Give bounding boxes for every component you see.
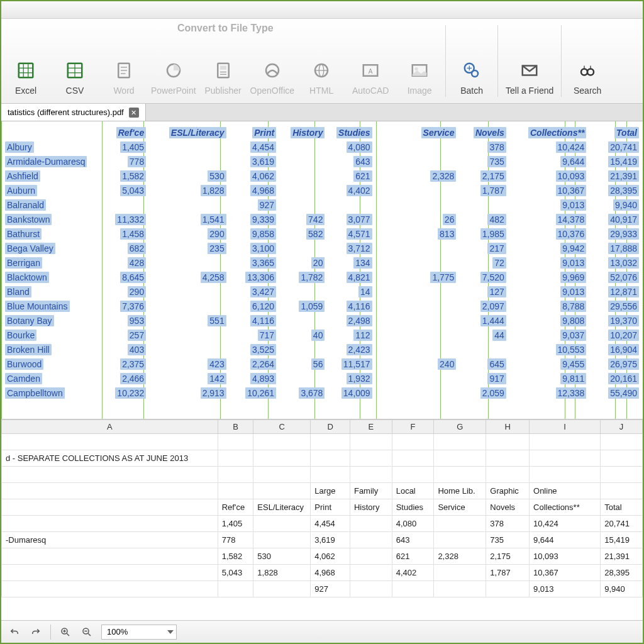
sheet-cell[interactable] — [2, 548, 218, 565]
sheet-column-header[interactable]: F — [392, 420, 434, 434]
sheet-cell[interactable]: Home Lib. — [434, 483, 486, 499]
pdf-row[interactable]: Blue Mountains7,3766,1201,0594,1162,0978… — [1, 299, 643, 313]
sheet-cell[interactable] — [486, 434, 530, 450]
sheet-cell[interactable]: Service — [434, 499, 486, 516]
sheet-cell[interactable] — [253, 467, 311, 483]
sheet-cell[interactable]: 1,828 — [253, 565, 311, 581]
pdf-row[interactable]: Berrigan4283,36520134729,01313,032 — [1, 255, 643, 270]
undo-button[interactable] — [8, 625, 21, 639]
sheet-column-header[interactable]: D — [311, 420, 350, 434]
sheet-cell[interactable] — [350, 467, 392, 483]
sheet-cell[interactable] — [350, 434, 392, 450]
sheet-cell[interactable] — [530, 434, 601, 450]
sheet-cell[interactable]: 378 — [486, 516, 530, 532]
sheet-cell[interactable] — [434, 450, 486, 467]
sheet-cell[interactable] — [601, 483, 643, 499]
document-tab[interactable]: tatistics (different structures).pdf ✕ — [1, 104, 146, 121]
pdf-row[interactable]: Bankstown11,3321,5419,3397423,0772648214… — [1, 212, 643, 226]
sheet-cell[interactable]: d - SEPARATE COLLECTIONS AS AT JUNE 2013 — [2, 450, 218, 467]
sheet-column-header[interactable]: E — [350, 420, 392, 434]
pdf-row[interactable]: Camden2,4661424,8931,9329179,81120,161 — [1, 371, 643, 386]
sheet-cell[interactable]: 15,419 — [601, 532, 643, 548]
sheet-cell[interactable] — [601, 450, 643, 467]
sheet-cell[interactable] — [434, 532, 486, 548]
sheet-cell[interactable]: 621 — [392, 548, 434, 565]
sheet-cell[interactable]: -Dumaresq — [2, 532, 218, 548]
sheet-cell[interactable] — [2, 434, 218, 450]
sheet-cell[interactable] — [486, 467, 530, 483]
sheet-cell[interactable]: 927 — [311, 581, 350, 597]
sheet-cell[interactable]: Print — [311, 499, 350, 516]
sheet-cell[interactable]: 2,175 — [486, 548, 530, 565]
sheet-cell[interactable] — [2, 581, 218, 597]
sheet-column-header[interactable]: A — [2, 420, 218, 434]
sheet-cell[interactable] — [350, 565, 392, 581]
pdf-row[interactable]: Bland2903,427141279,01312,871 — [1, 284, 643, 299]
sheet-cell[interactable] — [350, 532, 392, 548]
sheet-cell[interactable]: 10,424 — [530, 516, 601, 532]
spreadsheet-table[interactable]: ABCDEFGHIJd - SEPARATE COLLECTIONS AS AT… — [1, 419, 643, 597]
spreadsheet-preview-pane[interactable]: ABCDEFGHIJd - SEPARATE COLLECTIONS AS AT… — [1, 419, 643, 620]
pdf-row[interactable]: Balranald9279,0139,940 — [1, 197, 643, 212]
sheet-cell[interactable] — [218, 581, 253, 597]
sheet-cell[interactable]: ESL/Literacy — [253, 499, 311, 516]
sheet-cell[interactable] — [2, 483, 218, 499]
zoom-in-button[interactable] — [58, 625, 72, 639]
sheet-cell[interactable]: Graphic — [486, 483, 530, 499]
sheet-cell[interactable] — [311, 467, 350, 483]
sheet-cell[interactable] — [434, 516, 486, 532]
sheet-cell[interactable] — [530, 450, 601, 467]
sheet-cell[interactable] — [392, 450, 434, 467]
sheet-cell[interactable] — [253, 532, 311, 548]
sheet-cell[interactable] — [486, 450, 530, 467]
zoom-out-button[interactable] — [80, 625, 94, 639]
sheet-cell[interactable]: Novels — [486, 499, 530, 516]
sheet-cell[interactable] — [350, 516, 392, 532]
sheet-cell[interactable]: 778 — [218, 532, 253, 548]
sheet-row[interactable]: 9279,0139,940 — [2, 581, 643, 597]
pdf-row[interactable]: Campbelltown10,2322,91310,2613,67814,009… — [1, 386, 643, 400]
redo-button[interactable] — [29, 625, 43, 639]
sheet-cell[interactable] — [392, 434, 434, 450]
sheet-cell[interactable]: Online — [530, 483, 601, 499]
zoom-level-select[interactable]: 100% — [101, 625, 177, 640]
sheet-column-header[interactable]: G — [434, 420, 486, 434]
sheet-cell[interactable] — [486, 581, 530, 597]
sheet-cell[interactable] — [434, 581, 486, 597]
sheet-cell[interactable]: 9,013 — [530, 581, 601, 597]
sheet-cell[interactable]: 1,405 — [218, 516, 253, 532]
sheet-cell[interactable]: Large — [311, 483, 350, 499]
pdf-data-table[interactable]: Ref'ceESL/LiteracyPrintHistoryStudiesSer… — [1, 125, 643, 400]
sheet-cell[interactable]: Family — [350, 483, 392, 499]
sheet-cell[interactable] — [601, 467, 643, 483]
sheet-row[interactable]: 5,0431,8284,9684,4021,78710,36728,395 — [2, 565, 643, 581]
sheet-cell[interactable] — [2, 565, 218, 581]
sheet-cell[interactable] — [350, 450, 392, 467]
sheet-cell[interactable]: History — [350, 499, 392, 516]
sheet-cell[interactable] — [2, 499, 218, 516]
sheet-cell[interactable] — [392, 467, 434, 483]
sheet-column-header[interactable]: B — [218, 420, 253, 434]
sheet-cell[interactable] — [434, 434, 486, 450]
sheet-cell[interactable] — [530, 467, 601, 483]
sheet-cell[interactable]: 643 — [392, 532, 434, 548]
sheet-cell[interactable]: 3,619 — [311, 532, 350, 548]
pdf-row[interactable]: Armidale-Dumaresq7783,6196437359,64415,4… — [1, 154, 643, 169]
sheet-cell[interactable]: 10,093 — [530, 548, 601, 565]
sheet-cell[interactable]: 4,968 — [311, 565, 350, 581]
sheet-cell[interactable] — [253, 450, 311, 467]
sheet-cell[interactable]: Total — [601, 499, 643, 516]
sheet-cell[interactable] — [2, 467, 218, 483]
pdf-row[interactable]: Ashfield1,5825304,0626212,3282,17510,093… — [1, 169, 643, 183]
sheet-cell[interactable]: 1,582 — [218, 548, 253, 565]
sheet-column-header[interactable]: I — [530, 420, 601, 434]
sheet-cell[interactable]: 10,367 — [530, 565, 601, 581]
excel-button[interactable]: Excel — [1, 21, 50, 101]
sheet-cell[interactable] — [253, 483, 311, 499]
search-button[interactable]: Search — [563, 21, 612, 101]
pdf-preview-pane[interactable]: Ref'ceESL/LiteracyPrintHistoryStudiesSer… — [1, 121, 643, 419]
sheet-cell[interactable] — [218, 467, 253, 483]
mail-button[interactable]: Tell a Friend — [499, 21, 560, 101]
sheet-cell[interactable]: Studies — [392, 499, 434, 516]
sheet-row[interactable]: 1,5825304,0626212,3282,17510,09321,391 — [2, 548, 643, 565]
